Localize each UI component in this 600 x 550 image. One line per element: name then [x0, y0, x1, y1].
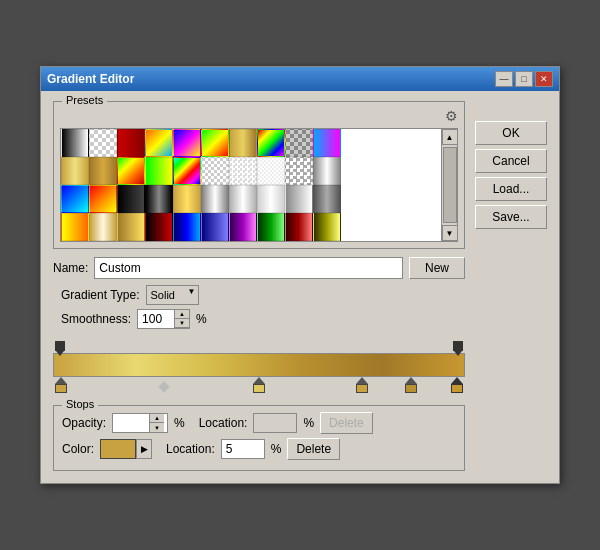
- preset-cell[interactable]: [145, 213, 173, 241]
- opacity-decrement[interactable]: ▼: [150, 423, 164, 432]
- preset-cell[interactable]: [89, 185, 117, 213]
- ok-button[interactable]: OK: [475, 121, 547, 145]
- stops-section: Stops Opacity: ▲ ▼ % Location: %: [53, 405, 465, 471]
- delete-opacity-button[interactable]: Delete: [320, 412, 373, 434]
- delete-color-button[interactable]: Delete: [287, 438, 340, 460]
- preset-cell[interactable]: [313, 185, 341, 213]
- opacity-spin: ▲ ▼: [149, 414, 164, 432]
- color-stop-1[interactable]: [253, 377, 265, 393]
- preset-cell[interactable]: [89, 129, 117, 157]
- preset-cell[interactable]: [257, 213, 285, 241]
- preset-cell[interactable]: [257, 129, 285, 157]
- preset-cell[interactable]: [173, 157, 201, 185]
- preset-cell[interactable]: [61, 129, 89, 157]
- minimize-button[interactable]: —: [495, 71, 513, 87]
- preset-cell[interactable]: [201, 129, 229, 157]
- preset-cell[interactable]: [117, 129, 145, 157]
- preset-cell[interactable]: [257, 185, 285, 213]
- presets-header: ⚙: [60, 108, 458, 124]
- window-controls: — □ ✕: [495, 71, 553, 87]
- smoothness-input-wrapper: ▲ ▼: [137, 309, 190, 329]
- preset-cell[interactable]: [229, 185, 257, 213]
- window-title: Gradient Editor: [47, 72, 134, 86]
- preset-cell[interactable]: [201, 213, 229, 241]
- presets-scrollbar[interactable]: ▲ ▼: [441, 129, 457, 241]
- save-button[interactable]: Save...: [475, 205, 547, 229]
- preset-cell[interactable]: [201, 157, 229, 185]
- preset-cell[interactable]: [61, 157, 89, 185]
- preset-cell[interactable]: [61, 213, 89, 241]
- preset-cell[interactable]: [145, 157, 173, 185]
- preset-cell[interactable]: [173, 185, 201, 213]
- preset-cell[interactable]: [285, 129, 313, 157]
- preset-cell[interactable]: [313, 157, 341, 185]
- preset-cell[interactable]: [201, 185, 229, 213]
- opacity-stop-left[interactable]: [55, 341, 65, 351]
- smoothness-increment-button[interactable]: ▲: [175, 310, 189, 319]
- preset-cell[interactable]: [229, 213, 257, 241]
- scroll-up-button[interactable]: ▲: [442, 129, 458, 145]
- smoothness-input[interactable]: [138, 311, 174, 327]
- gradient-bar[interactable]: [53, 353, 465, 377]
- color-arrow-button[interactable]: ▶: [136, 439, 152, 459]
- maximize-button[interactable]: □: [515, 71, 533, 87]
- color-stop-4[interactable]: [451, 377, 463, 393]
- gradient-editor-window: Gradient Editor — □ ✕ Presets ⚙: [40, 66, 560, 484]
- gradient-type-select[interactable]: Solid Noise: [146, 285, 199, 305]
- preset-cell[interactable]: [229, 129, 257, 157]
- preset-cell[interactable]: [313, 129, 341, 157]
- name-label: Name:: [53, 261, 88, 275]
- opacity-value-wrapper: ▲ ▼: [112, 413, 168, 433]
- color-swatch-button[interactable]: [100, 439, 136, 459]
- color-stop-3[interactable]: [405, 377, 417, 393]
- presets-menu-icon[interactable]: ⚙: [445, 108, 458, 124]
- opacity-increment[interactable]: ▲: [150, 414, 164, 423]
- scroll-down-button[interactable]: ▼: [442, 225, 458, 241]
- preset-cell[interactable]: [117, 157, 145, 185]
- scroll-thumb[interactable]: [443, 147, 457, 223]
- opacity-location-percent: %: [303, 416, 314, 430]
- main-content: Presets ⚙: [41, 91, 559, 483]
- preset-cell[interactable]: [313, 213, 341, 241]
- load-button[interactable]: Load...: [475, 177, 547, 201]
- opacity-location-input[interactable]: [253, 413, 297, 433]
- gradient-type-row: Gradient Type: Solid Noise: [53, 285, 465, 305]
- gradient-area: [53, 337, 465, 399]
- preset-cell[interactable]: [229, 157, 257, 185]
- bottom-stops: [53, 377, 465, 399]
- presets-grid: [61, 129, 441, 241]
- top-stops: [53, 337, 465, 353]
- name-input[interactable]: [94, 257, 403, 279]
- cancel-button[interactable]: Cancel: [475, 149, 547, 173]
- preset-cell[interactable]: [145, 129, 173, 157]
- preset-cell[interactable]: [173, 129, 201, 157]
- preset-cell[interactable]: [89, 213, 117, 241]
- smoothness-label: Smoothness:: [61, 312, 131, 326]
- color-stop-0[interactable]: [55, 377, 67, 393]
- preset-cell[interactable]: [117, 185, 145, 213]
- preset-cell[interactable]: [173, 213, 201, 241]
- color-location-input[interactable]: [221, 439, 265, 459]
- preset-cell[interactable]: [257, 157, 285, 185]
- opacity-stop-right[interactable]: [453, 341, 463, 351]
- opacity-value-input[interactable]: [113, 415, 149, 431]
- preset-cell[interactable]: [285, 157, 313, 185]
- opacity-row: Opacity: ▲ ▼ % Location: % Delete: [62, 412, 456, 434]
- close-button[interactable]: ✕: [535, 71, 553, 87]
- color-location-percent: %: [271, 442, 282, 456]
- preset-cell[interactable]: [89, 157, 117, 185]
- color-stop-2[interactable]: [356, 377, 368, 393]
- new-button[interactable]: New: [409, 257, 465, 279]
- preset-cell[interactable]: [61, 185, 89, 213]
- name-row: Name: New: [53, 257, 465, 279]
- preset-cell[interactable]: [285, 213, 313, 241]
- midpoint-diamond-0[interactable]: [158, 381, 169, 392]
- color-picker-group: ▶: [100, 439, 152, 459]
- preset-cell[interactable]: [145, 185, 173, 213]
- preset-cell[interactable]: [285, 185, 313, 213]
- smoothness-decrement-button[interactable]: ▼: [175, 319, 189, 328]
- color-row: Color: ▶ Location: % Delete: [62, 438, 456, 460]
- gradient-type-select-wrapper: Solid Noise: [146, 285, 199, 305]
- preset-cell[interactable]: [117, 213, 145, 241]
- stops-section-label: Stops: [62, 398, 98, 410]
